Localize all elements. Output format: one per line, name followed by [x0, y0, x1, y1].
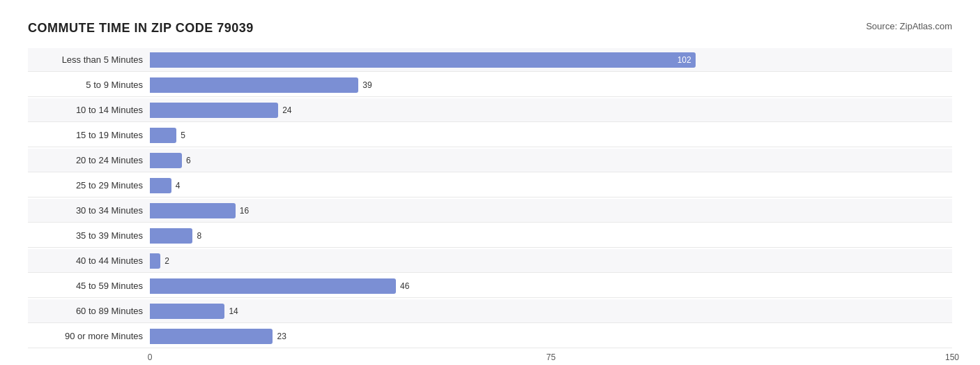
bar-row: 45 to 59 Minutes46 [28, 274, 952, 298]
bar-track: 23 [150, 329, 952, 344]
bar-fill [150, 128, 176, 143]
x-tick: 0 [148, 352, 153, 362]
bar-value: 23 [277, 332, 286, 341]
bar-value: 14 [229, 306, 238, 316]
bar-label: 20 to 24 Minutes [28, 155, 150, 165]
bar-row: 20 to 24 Minutes6 [28, 149, 952, 172]
bar-track: 14 [150, 304, 952, 319]
bar-fill [150, 178, 171, 193]
x-axis-labels: 075150 [150, 352, 952, 365]
chart-area: Less than 5 Minutes1025 to 9 Minutes3910… [28, 48, 952, 348]
bar-track: 46 [150, 278, 952, 294]
bar-track: 4 [150, 178, 952, 193]
bar-value: 5 [181, 131, 185, 140]
bar-track: 24 [150, 103, 952, 118]
bar-label: 40 to 44 Minutes [28, 255, 150, 266]
bar-value: 6 [186, 156, 191, 165]
bar-track: 39 [150, 77, 952, 93]
bar-label: Less than 5 Minutes [28, 54, 150, 65]
bar-row: 30 to 34 Minutes16 [28, 199, 952, 223]
x-tick: 150 [945, 352, 959, 362]
bar-label: 30 to 34 Minutes [28, 205, 150, 216]
bar-row: 35 to 39 Minutes8 [28, 224, 952, 248]
chart-source: Source: ZipAtlas.com [866, 21, 952, 31]
bar-row: 25 to 29 Minutes4 [28, 174, 952, 198]
bar-fill [150, 228, 192, 244]
bar-label: 60 to 89 Minutes [28, 306, 150, 316]
bar-label: 10 to 14 Minutes [28, 105, 150, 115]
bar-fill: 102 [150, 52, 696, 68]
bar-label: 90 or more Minutes [28, 331, 150, 341]
bar-fill [150, 103, 278, 118]
chart-header: COMMUTE TIME IN ZIP CODE 79039 Source: Z… [28, 21, 952, 36]
bar-label: 45 to 59 Minutes [28, 281, 150, 291]
bar-fill [150, 304, 224, 319]
bar-value: 2 [164, 256, 169, 266]
bar-fill [150, 253, 160, 269]
bar-row: 10 to 14 Minutes24 [28, 98, 952, 122]
bar-value: 46 [400, 281, 409, 291]
bar-track: 16 [150, 203, 952, 218]
bar-label: 15 to 19 Minutes [28, 130, 150, 140]
bar-value: 8 [197, 231, 201, 241]
bar-fill [150, 278, 396, 294]
bar-label: 25 to 29 Minutes [28, 180, 150, 191]
bar-track: 6 [150, 153, 952, 168]
bar-fill [150, 153, 182, 168]
chart-title: COMMUTE TIME IN ZIP CODE 79039 [28, 21, 254, 36]
bar-row: 5 to 9 Minutes39 [28, 73, 952, 97]
bar-fill [150, 329, 273, 344]
bar-track: 5 [150, 128, 952, 143]
bar-row: Less than 5 Minutes102 [28, 48, 952, 72]
bar-track: 8 [150, 228, 952, 244]
bar-track: 102 [150, 52, 952, 68]
bar-row: 40 to 44 Minutes2 [28, 249, 952, 273]
x-tick: 75 [546, 352, 556, 362]
bar-fill [150, 203, 236, 218]
bar-row: 90 or more Minutes23 [28, 325, 952, 348]
bar-value: 39 [362, 80, 372, 90]
bar-row: 60 to 89 Minutes14 [28, 299, 952, 323]
bar-value: 24 [282, 105, 291, 115]
bar-track: 2 [150, 253, 952, 269]
bar-value: 4 [176, 181, 181, 191]
bar-label: 5 to 9 Minutes [28, 80, 150, 90]
bar-row: 15 to 19 Minutes5 [28, 124, 952, 147]
bar-value-inside: 102 [677, 55, 691, 65]
x-axis: 075150 [150, 352, 952, 365]
chart-container: COMMUTE TIME IN ZIP CODE 79039 Source: Z… [14, 14, 966, 365]
bar-fill [150, 77, 358, 93]
bar-label: 35 to 39 Minutes [28, 230, 150, 241]
bar-value: 16 [240, 206, 249, 216]
